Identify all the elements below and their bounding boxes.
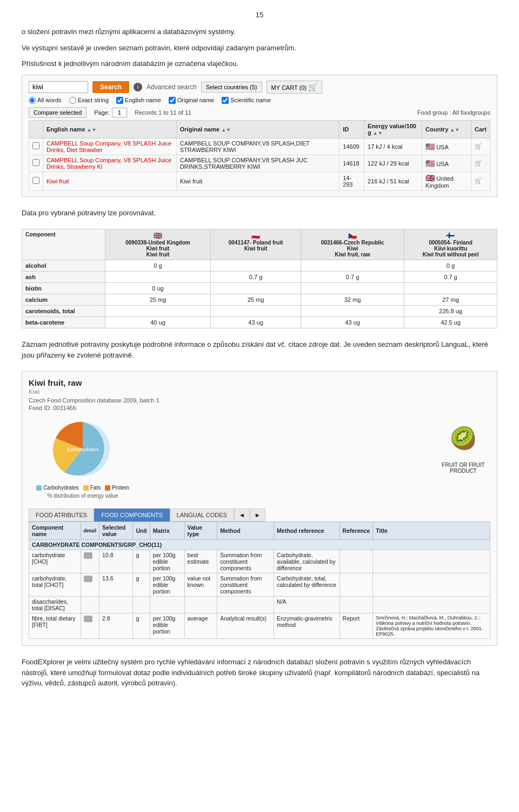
comp-component-label: ash xyxy=(22,272,105,283)
row-cart[interactable]: 🛒 xyxy=(471,155,490,171)
comp-detail-reference xyxy=(340,597,373,613)
comp-row-ash: ash 0.7 g 0.7 g 0.7 g xyxy=(22,272,497,283)
comp-detail-reference: Report xyxy=(340,613,373,639)
advanced-search-link[interactable]: Advanced search xyxy=(147,83,197,91)
col-energy[interactable]: Energy value/100 g ▲▼ xyxy=(364,120,422,138)
search-input[interactable] xyxy=(29,81,88,93)
row-checkbox[interactable] xyxy=(32,142,39,149)
detail-icon[interactable] xyxy=(84,576,92,582)
components-detail-table: Component name detail Selected value Uni… xyxy=(29,521,490,639)
food-detail-box: Kiwi fruit, raw Kiwi Czech Food Composit… xyxy=(22,371,497,646)
row-checkbox[interactable] xyxy=(32,177,39,184)
comp-component-label: alcohol xyxy=(22,260,105,272)
comp-detail-detail-icon-cell[interactable] xyxy=(81,550,99,573)
comp-detail-col-method: Method xyxy=(217,522,274,540)
comp-detail-detail-icon-cell[interactable] xyxy=(81,573,99,597)
tab-food-attributes[interactable]: FOOD ATRIBUTES xyxy=(29,509,94,521)
comp-val-1 xyxy=(105,306,211,317)
col-english-name[interactable]: English name ▲▼ xyxy=(43,120,177,138)
all-words-radio[interactable] xyxy=(29,97,36,104)
comp-val-2: 0.7 g xyxy=(210,272,301,283)
col-country[interactable]: Country ▲▼ xyxy=(422,120,471,138)
row-id: 14618 xyxy=(340,155,364,171)
comp-val-4: 0.7 g xyxy=(404,272,497,283)
comp-detail-method: Summation from constituent components xyxy=(217,550,274,573)
tab-arrow-right[interactable]: ► xyxy=(250,509,265,521)
row-original-name: CAMPBELL SOUP COMPANY,V8 SPLASH JUC DRIN… xyxy=(176,155,339,171)
table-row: CAMPBELL Soup Company, V8 SPLASH Juice D… xyxy=(29,138,490,155)
comp-detail-matrix: per 100g edible portion xyxy=(150,613,184,639)
detail-icon[interactable] xyxy=(84,616,92,622)
comp-val-3: 0.7 g xyxy=(301,272,404,283)
comp-detail-row-fibt: fibre, total dietary [FIBT] 2.8 g per 10… xyxy=(29,613,490,639)
row-cart[interactable]: 🛒 xyxy=(471,138,490,155)
english-name-option[interactable]: English name xyxy=(116,97,161,104)
detail-icon[interactable] xyxy=(84,552,92,559)
info-icon[interactable]: i xyxy=(134,83,142,91)
comp-detail-unit xyxy=(133,597,150,613)
row-checkbox-cell[interactable] xyxy=(29,171,43,190)
comp-detail-valuetype: best estimate xyxy=(184,550,217,573)
row-checkbox-cell[interactable] xyxy=(29,138,43,155)
row-energy: 17 kJ / 4 kcal xyxy=(364,138,422,155)
comp-val-1: 0 g xyxy=(105,260,211,272)
comp-val-1: 0 ug xyxy=(105,283,211,294)
comp-val-2 xyxy=(210,260,301,272)
comp-detail-col-reference: Reference xyxy=(340,522,373,540)
col-cart: Cart xyxy=(471,120,490,138)
comp-component-label: biotin xyxy=(22,283,105,294)
food-group-label: Food group : All foodgroups xyxy=(417,109,490,116)
fats-dot xyxy=(83,485,89,491)
comp-detail-method xyxy=(217,597,274,613)
page-number: 15 xyxy=(22,11,497,19)
fruit-icon: 🥝 xyxy=(442,417,485,460)
chart-area: Carbohydrates Carbohydrates Fats Protein xyxy=(29,417,137,499)
comp-val-4: 0 g xyxy=(404,260,497,272)
row-english-name[interactable]: CAMPBELL Soup Company, V8 SPLASH Juice D… xyxy=(43,155,177,171)
search-box: Search i Advanced search Select countrie… xyxy=(22,75,497,197)
mycart-button[interactable]: MY CART (0) 🛒 xyxy=(267,81,322,94)
scientific-name-option[interactable]: Scientific name xyxy=(222,97,271,104)
comp-col-1: 🇬🇧 0090339-United Kingdom Kiwi fruit Kiw… xyxy=(105,229,211,260)
comp-component-label: carotenoids, total xyxy=(22,306,105,317)
carbs-label-svg: Carbohydrates xyxy=(66,447,99,452)
comp-detail-methodref: Carbohydrate, available, calculated by d… xyxy=(274,550,340,573)
row-country: 🇬🇧 United Kingdom xyxy=(422,171,471,190)
comp-detail-row-cho: carbohydrate [CHO] 10.8 g per 100g edibl… xyxy=(29,550,490,573)
exact-string-radio[interactable] xyxy=(69,97,76,104)
row-english-name[interactable]: CAMPBELL Soup Company, V8 SPLASH Juice D… xyxy=(43,138,177,155)
original-name-checkbox[interactable] xyxy=(169,97,176,104)
comp-detail-detail-icon-cell xyxy=(81,597,99,613)
select-countries-button[interactable]: Select countries (5) xyxy=(201,82,262,93)
tab-langual-codes[interactable]: LANGUAL CODES xyxy=(170,509,234,521)
comp-detail-detail-icon-cell[interactable] xyxy=(81,613,99,639)
comp-detail-valuetype xyxy=(184,597,217,613)
intro-text-3: Příslušnost k jednotlivým národním datab… xyxy=(22,58,497,69)
row-checkbox-cell[interactable] xyxy=(29,155,43,171)
comp-row-biotin: biotin 0 ug xyxy=(22,283,497,294)
col-original-name[interactable]: Original name ▲▼ xyxy=(176,120,339,138)
english-name-checkbox[interactable] xyxy=(116,97,123,104)
search-button[interactable]: Search xyxy=(92,81,129,93)
comp-detail-col-title: Title xyxy=(373,522,490,540)
original-name-option[interactable]: Original name xyxy=(169,97,214,104)
tab-arrow-left[interactable]: ◄ xyxy=(234,509,250,521)
page-input[interactable] xyxy=(112,108,127,117)
exact-string-option[interactable]: Exact string xyxy=(69,97,109,104)
all-words-option[interactable]: All words xyxy=(29,97,62,104)
tab-food-components[interactable]: FOOD COMPONENTS xyxy=(94,509,170,521)
comp-val-2 xyxy=(210,283,301,294)
comp-detail-methodref: Enzymatic-gravimetric method xyxy=(274,613,340,639)
legend-protein: Protein xyxy=(105,485,129,491)
comp-val-2: 25 mg xyxy=(210,294,301,306)
comp-detail-reference xyxy=(340,550,373,573)
col-id[interactable]: ID xyxy=(340,120,364,138)
comparison-table: Component 🇬🇧 0090339-United Kingdom Kiwi… xyxy=(22,229,497,328)
row-english-name[interactable]: Kiwi fruit xyxy=(43,171,177,190)
row-checkbox[interactable] xyxy=(32,159,39,166)
comp-detail-value: 2.8 xyxy=(99,613,133,639)
comparison-section: Component 🇬🇧 0090339-United Kingdom Kiwi… xyxy=(22,229,497,328)
scientific-name-checkbox[interactable] xyxy=(222,97,229,104)
compare-selected-button[interactable]: Compare selected xyxy=(29,107,86,118)
row-cart[interactable]: 🛒 xyxy=(471,171,490,190)
